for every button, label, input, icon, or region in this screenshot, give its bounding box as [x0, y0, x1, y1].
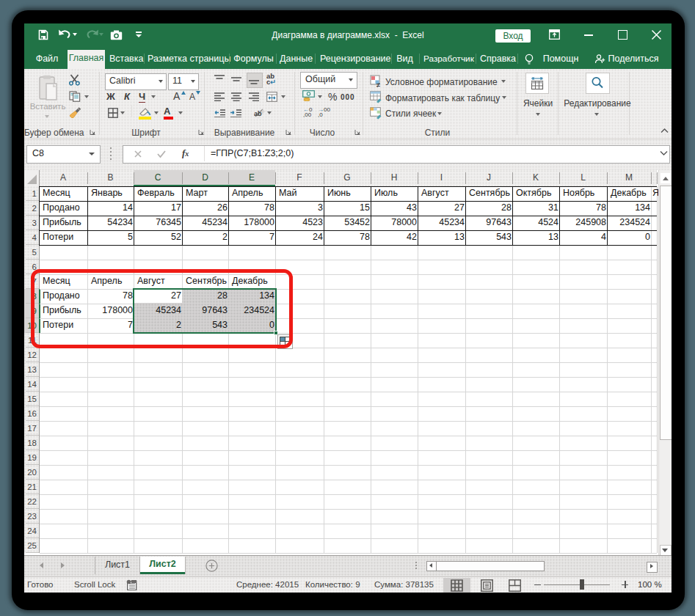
svg-text:ab: ab: [254, 110, 262, 117]
svg-text:≠: ≠: [376, 81, 380, 87]
